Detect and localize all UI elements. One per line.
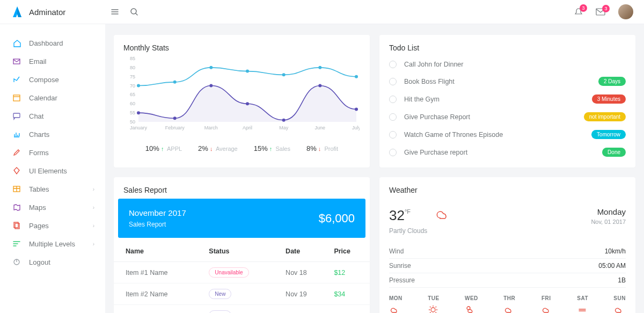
- avatar[interactable]: [618, 4, 633, 19]
- sidebar-item-label: Forms: [29, 149, 49, 157]
- map-icon: [11, 203, 23, 212]
- todo-item[interactable]: Give Purchase reportDone: [389, 143, 626, 161]
- table-row[interactable]: Item #2 NameNewNov 19$34: [114, 283, 370, 305]
- svg-point-32: [173, 81, 177, 84]
- sidebar-item-calendar[interactable]: Calendar: [0, 89, 105, 107]
- status-pill: Unavailable: [209, 267, 248, 278]
- brand-area[interactable]: Adminator: [11, 5, 107, 18]
- sidebar-item-label: Charts: [29, 130, 49, 139]
- todo-text: Call John for Dinner: [404, 61, 463, 68]
- sales-table: NameStatusDatePriceItem #1 NameUnavailab…: [114, 241, 370, 313]
- stat-appl: 10% ↑ APPL: [145, 144, 182, 152]
- svg-rect-4: [13, 113, 20, 118]
- forecast-day: WED28°F: [465, 295, 478, 313]
- svg-point-34: [246, 70, 249, 73]
- stat-average: 2% ↓ Average: [198, 144, 238, 152]
- home-icon: [11, 39, 23, 47]
- svg-text:55: 55: [130, 110, 135, 115]
- todo-text: Hit the Gym: [404, 96, 440, 103]
- sidebar-item-forms[interactable]: Forms: [0, 143, 105, 162]
- sidebar-item-multiple-levels[interactable]: Multiple Levels›: [0, 235, 105, 253]
- power-icon: [11, 258, 23, 266]
- notif-badge: 3: [580, 4, 587, 12]
- messages-icon[interactable]: 3: [596, 8, 605, 16]
- notifications-icon[interactable]: 3: [574, 8, 583, 16]
- svg-point-38: [431, 308, 435, 312]
- radio-icon[interactable]: [389, 131, 397, 139]
- chevron-right-icon: ›: [93, 205, 94, 210]
- svg-text:January: January: [130, 125, 148, 130]
- svg-text:April: April: [243, 125, 252, 130]
- chevron-right-icon: ›: [93, 241, 94, 247]
- svg-text:85: 85: [130, 56, 135, 61]
- todo-item[interactable]: Give Purchase Reportnot important: [389, 108, 626, 126]
- svg-point-27: [246, 102, 249, 105]
- table-header: Price: [328, 241, 370, 262]
- sales-month: November 2017: [129, 208, 186, 217]
- radio-icon[interactable]: [389, 113, 397, 121]
- svg-text:March: March: [204, 125, 218, 130]
- svg-text:80: 80: [130, 65, 135, 70]
- sidebar-item-ui-elements[interactable]: UI Elements: [0, 162, 105, 180]
- topbar: Adminator 3 3: [0, 0, 644, 24]
- mist-icon: [577, 304, 588, 313]
- sales-subtitle: Sales Report: [129, 221, 186, 228]
- sidebar-item-label: Logout: [29, 258, 50, 266]
- weather-card: Weather 32°F Partly Clouds Monday Nov, 0…: [379, 177, 635, 313]
- todo-item[interactable]: Hit the Gym3 Minutes: [389, 90, 626, 108]
- sun-icon: [428, 304, 438, 313]
- weather-detail-rows: Wind10km/hSunrise05:00 AMPressure1B: [389, 244, 626, 288]
- sidebar-item-label: Chat: [29, 112, 43, 120]
- share-icon: [11, 75, 23, 84]
- svg-text:June: June: [315, 125, 326, 130]
- sidebar-item-maps[interactable]: Maps›: [0, 198, 105, 216]
- todo-item[interactable]: Book Boss Flight2 Days: [389, 72, 626, 90]
- table-header-row: NameStatusDatePrice: [114, 241, 370, 262]
- table-row[interactable]: Item #1 NameUnavailableNov 18$12: [114, 262, 370, 283]
- status-pill: New: [209, 310, 231, 313]
- todo-item[interactable]: Watch Game of Thrones EpisodeTomorrow: [389, 126, 626, 143]
- svg-point-28: [282, 119, 286, 122]
- stat-sales: 15% ↑ Sales: [254, 144, 290, 152]
- sidebar-item-email[interactable]: Email: [0, 52, 105, 70]
- radio-icon[interactable]: [389, 149, 397, 156]
- menu-toggle-icon[interactable]: [111, 8, 119, 16]
- sidebar-item-charts[interactable]: Charts: [0, 125, 105, 143]
- sidebar-item-tables[interactable]: Tables›: [0, 180, 105, 198]
- svg-point-35: [282, 73, 286, 76]
- todo-badge: not important: [584, 112, 626, 121]
- suncloud-icon: [465, 304, 475, 313]
- search-icon[interactable]: [130, 8, 138, 16]
- radio-icon[interactable]: [389, 61, 397, 68]
- weather-temp: 32°F: [389, 207, 427, 224]
- todo-text: Book Boss Flight: [404, 78, 455, 85]
- svg-point-33: [209, 66, 213, 69]
- table-row[interactable]: Item #3 NameNewNov 20-$45: [114, 305, 370, 314]
- levels-icon: [11, 239, 23, 248]
- sales-amount: $6,000: [319, 212, 355, 225]
- envelope-icon: [11, 57, 23, 65]
- weather-row: Sunrise05:00 AM: [389, 259, 626, 273]
- sales-header: November 2017 Sales Report $6,000: [118, 199, 365, 238]
- sidebar-item-pages[interactable]: Pages›: [0, 216, 105, 235]
- sidebar-item-dashboard[interactable]: Dashboard: [0, 34, 105, 52]
- table-icon: [11, 185, 23, 193]
- sidebar-item-label: Calendar: [29, 94, 57, 102]
- forecast-day: SAT28°F: [577, 295, 588, 313]
- calendar-icon: [11, 93, 23, 102]
- svg-point-24: [137, 111, 140, 114]
- logo-icon: [11, 5, 24, 18]
- radio-icon[interactable]: [389, 96, 397, 103]
- todo-item[interactable]: Call John for Dinner: [389, 56, 626, 72]
- sidebar-item-label: Tables: [29, 185, 49, 193]
- radio-icon[interactable]: [389, 78, 397, 85]
- sidebar-item-compose[interactable]: Compose: [0, 70, 105, 89]
- svg-point-25: [173, 117, 177, 120]
- forecast-day: MON32°F: [389, 295, 402, 313]
- sidebar-item-label: Pages: [29, 222, 49, 230]
- svg-point-36: [318, 66, 321, 69]
- sidebar-item-chat[interactable]: Chat: [0, 107, 105, 125]
- sidebar-item-logout[interactable]: Logout: [0, 253, 105, 271]
- sidebar-item-label: Compose: [29, 76, 59, 84]
- forecast-day: SUN32°F: [613, 295, 626, 313]
